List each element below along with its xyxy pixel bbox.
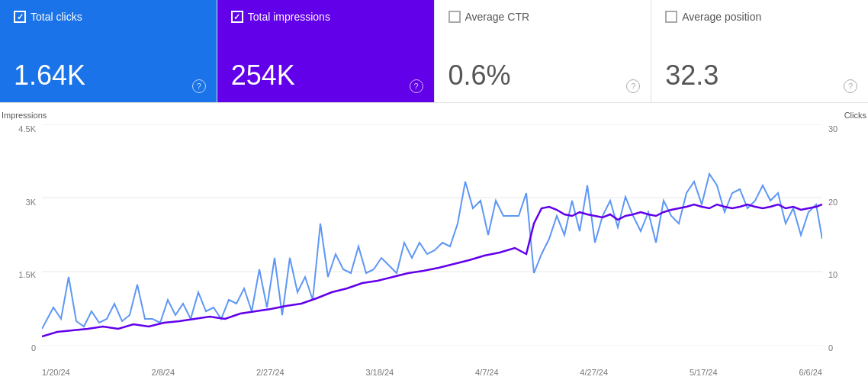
- y-right-label-0: 0: [828, 343, 833, 352]
- chart-svg: [42, 124, 822, 346]
- metric-value-total-clicks: 1.64K: [14, 60, 203, 92]
- y-right-label-10: 10: [828, 270, 837, 279]
- metric-average-position[interactable]: Average position 32.3 ?: [651, 0, 868, 102]
- metrics-bar: Total clicks 1.64K ? Total impressions 2…: [0, 0, 868, 103]
- y-axis-left-title: Impressions: [2, 111, 47, 120]
- metric-value-average-ctr: 0.6%: [448, 60, 638, 92]
- y-axis-right: 30 20 10 0: [822, 124, 868, 352]
- x-label-6: 5/17/24: [690, 368, 718, 377]
- metric-label-total-impressions: Total impressions: [248, 11, 330, 23]
- x-axis: 1/20/24 2/8/24 2/27/24 3/18/24 4/7/24 4/…: [42, 368, 822, 377]
- metric-average-ctr[interactable]: Average CTR 0.6% ?: [435, 0, 652, 102]
- help-icon-ctr[interactable]: ?: [626, 79, 640, 93]
- x-label-5: 4/27/24: [580, 368, 608, 377]
- x-label-3: 3/18/24: [365, 368, 394, 377]
- y-left-label-0: 0: [31, 343, 36, 352]
- checkbox-total-clicks[interactable]: [14, 11, 26, 23]
- metric-value-total-impressions: 254K: [231, 60, 420, 92]
- checkbox-average-position[interactable]: [665, 11, 677, 23]
- metric-value-average-position: 32.3: [665, 60, 854, 92]
- checkbox-total-impressions[interactable]: [231, 11, 243, 23]
- x-label-2: 2/27/24: [256, 368, 285, 377]
- metric-label-total-clicks: Total clicks: [31, 11, 82, 23]
- y-left-label-4500: 4.5K: [18, 124, 36, 134]
- y-axis-right-title: Clicks: [844, 111, 866, 120]
- y-right-label-30: 30: [828, 124, 837, 134]
- metric-label-average-ctr: Average CTR: [465, 11, 530, 23]
- checkbox-average-ctr[interactable]: [448, 11, 461, 23]
- x-label-4: 4/7/24: [475, 368, 499, 377]
- help-icon-clicks[interactable]: ?: [192, 79, 206, 93]
- x-label-0: 1/20/24: [42, 368, 70, 377]
- help-icon-position[interactable]: ?: [844, 79, 857, 93]
- help-icon-impressions[interactable]: ?: [410, 79, 423, 93]
- chart-area: Impressions Clicks 4.5K 3K 1.5K 0 30 20 …: [0, 103, 868, 383]
- metric-label-average-position: Average position: [682, 11, 761, 23]
- y-axis-left: 4.5K 3K 1.5K 0: [0, 124, 42, 352]
- y-left-label-1500: 1.5K: [18, 270, 36, 279]
- y-right-label-20: 20: [828, 198, 837, 207]
- metric-total-impressions[interactable]: Total impressions 254K ?: [217, 0, 435, 102]
- y-left-label-3000: 3K: [26, 198, 36, 207]
- clicks-line: [42, 204, 822, 336]
- metric-total-clicks[interactable]: Total clicks 1.64K ?: [0, 0, 217, 102]
- x-label-7: 6/6/24: [799, 368, 822, 377]
- impressions-line: [42, 174, 822, 329]
- x-label-1: 2/8/24: [152, 368, 175, 377]
